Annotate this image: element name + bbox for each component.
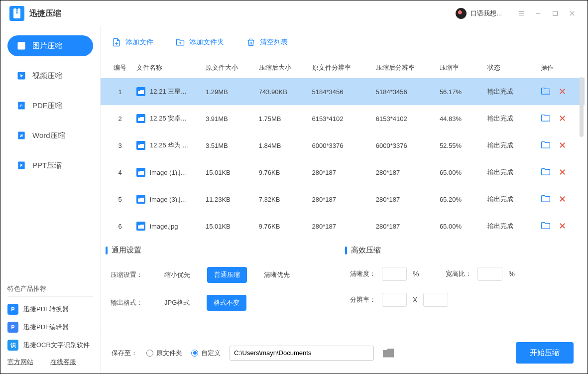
table-row[interactable]: 6image.jpg15.01KB9.76KB280*187280*18765.… bbox=[101, 213, 585, 238]
nav-video[interactable]: 视频压缩 bbox=[7, 65, 93, 86]
col-comp-size: 压缩后大小 bbox=[255, 57, 308, 78]
recommend-item-0[interactable]: P迅捷PDF转换器 bbox=[7, 304, 93, 315]
table-row[interactable]: 4image (1).j...15.01KB9.76KB280*187280*1… bbox=[101, 159, 585, 186]
sidebar: 图片压缩视频压缩PPDF压缩WWord压缩PPPT压缩 特色产品推荐 P迅捷PD… bbox=[0, 26, 100, 374]
trash-icon bbox=[246, 37, 256, 47]
image-icon bbox=[16, 41, 26, 51]
official-site-link[interactable]: 官方网站 bbox=[7, 358, 33, 367]
nav-ppt[interactable]: PPPT压缩 bbox=[7, 155, 93, 176]
svg-rect-0 bbox=[553, 11, 558, 16]
pdf-icon: P bbox=[16, 101, 26, 111]
main-area: 添加文件 添加文件夹 清空列表 编号 文件名称 原文件大小 压缩后大小 原文件分… bbox=[100, 26, 588, 374]
app-title: 迅捷压缩 bbox=[29, 8, 61, 19]
maximize-icon[interactable] bbox=[549, 7, 562, 20]
add-folder-button[interactable]: 添加文件夹 bbox=[175, 37, 224, 47]
video-icon bbox=[16, 71, 26, 81]
file-plus-icon bbox=[112, 37, 121, 47]
aspect-input[interactable] bbox=[477, 267, 502, 281]
aspect-label: 宽高比： bbox=[446, 269, 471, 278]
ppt-icon: P bbox=[16, 160, 26, 170]
efficient-compress-title: 高效压缩 bbox=[345, 246, 580, 255]
delete-icon[interactable]: ✕ bbox=[559, 221, 566, 232]
delete-icon[interactable]: ✕ bbox=[559, 167, 566, 178]
table-row[interactable]: 212.25 安卓...3.91MB1.75MB6153*41026153*41… bbox=[101, 105, 585, 132]
open-folder-icon[interactable] bbox=[541, 221, 551, 231]
file-table: 编号 文件名称 原文件大小 压缩后大小 原文件分辨率 压缩后分辨率 压缩率 状态… bbox=[101, 57, 585, 238]
image-file-icon bbox=[136, 168, 145, 177]
svg-text:P: P bbox=[20, 104, 23, 108]
recommend-icon: P bbox=[7, 322, 18, 333]
image-file-icon bbox=[136, 114, 145, 123]
delete-icon[interactable]: ✕ bbox=[559, 140, 566, 151]
recommend-icon: 识 bbox=[7, 340, 18, 351]
resolution-height-input[interactable] bbox=[423, 293, 448, 307]
folder-plus-icon bbox=[175, 37, 185, 47]
save-to-label: 保存至： bbox=[112, 349, 137, 358]
nav-pdf[interactable]: PPDF压缩 bbox=[7, 95, 93, 116]
open-folder-icon[interactable] bbox=[541, 194, 551, 204]
output-format-label: 输出格式： bbox=[111, 298, 147, 307]
col-ops: 操作 bbox=[537, 57, 585, 78]
general-settings-title: 通用设置 bbox=[106, 246, 340, 255]
image-file-icon bbox=[136, 87, 145, 96]
normal-compress-option[interactable]: 普通压缩 bbox=[207, 267, 247, 283]
close-icon[interactable] bbox=[566, 7, 579, 20]
col-orig-res: 原文件分辨率 bbox=[308, 57, 372, 78]
col-status: 状态 bbox=[483, 57, 537, 78]
recommend-item-1[interactable]: P迅捷PDF编辑器 bbox=[7, 322, 93, 333]
clarity-label: 清晰度： bbox=[350, 269, 376, 278]
col-name: 文件名称 bbox=[132, 57, 202, 78]
menu-icon[interactable] bbox=[515, 7, 528, 20]
word-icon: W bbox=[16, 130, 26, 140]
resolution-width-input[interactable] bbox=[382, 293, 407, 307]
image-file-icon bbox=[136, 141, 145, 150]
col-comp-res: 压缩后分辨率 bbox=[372, 57, 436, 78]
browse-folder-icon[interactable] bbox=[383, 349, 394, 358]
image-file-icon bbox=[136, 195, 145, 204]
minimize-icon[interactable] bbox=[532, 7, 545, 20]
open-folder-icon[interactable] bbox=[541, 140, 551, 150]
jpg-format-option[interactable]: JPG格式 bbox=[157, 295, 197, 311]
save-path-input[interactable] bbox=[230, 346, 374, 361]
nav-word[interactable]: WWord压缩 bbox=[7, 125, 93, 146]
recommend-item-2[interactable]: 识迅捷OCR文字识别软件 bbox=[7, 340, 93, 351]
resolution-label: 分辨率： bbox=[350, 295, 376, 304]
col-index: 编号 bbox=[101, 57, 132, 78]
delete-icon[interactable]: ✕ bbox=[559, 86, 566, 97]
orig-folder-radio[interactable]: 原文件夹 bbox=[146, 349, 182, 358]
app-logo bbox=[9, 6, 24, 21]
delete-icon[interactable]: ✕ bbox=[559, 194, 566, 205]
add-file-button[interactable]: 添加文件 bbox=[112, 37, 153, 47]
compress-setting-label: 压缩设置： bbox=[111, 270, 147, 279]
svg-text:W: W bbox=[20, 134, 23, 137]
table-row[interactable]: 112.21 三星...1.29MB743.90KB5184*34565184*… bbox=[101, 78, 585, 105]
open-folder-icon[interactable] bbox=[541, 167, 551, 177]
username[interactable]: 口语我想... bbox=[470, 9, 502, 18]
svg-rect-1 bbox=[18, 42, 25, 50]
col-orig-size: 原文件大小 bbox=[202, 57, 255, 78]
titlebar: 迅捷压缩 口语我想... bbox=[0, 0, 588, 26]
image-file-icon bbox=[136, 222, 145, 231]
start-compress-button[interactable]: 开始压缩 bbox=[516, 342, 574, 364]
shrink-priority-option[interactable]: 缩小优先 bbox=[157, 267, 197, 283]
table-row[interactable]: 5image (3).j...11.23KB7.32KB280*187280*1… bbox=[101, 186, 585, 213]
delete-icon[interactable]: ✕ bbox=[559, 113, 566, 124]
keep-format-option[interactable]: 格式不变 bbox=[207, 295, 246, 311]
recommend-title: 特色产品推荐 bbox=[7, 284, 93, 297]
nav-image[interactable]: 图片压缩 bbox=[7, 35, 93, 56]
scrollbar[interactable] bbox=[580, 77, 584, 137]
table-row[interactable]: 312.25 华为 ...3.51MB1.84MB6000*33766000*3… bbox=[101, 132, 585, 159]
clear-list-button[interactable]: 清空列表 bbox=[246, 37, 288, 47]
svg-text:P: P bbox=[20, 164, 23, 167]
custom-folder-radio[interactable]: 自定义 bbox=[191, 349, 221, 358]
open-folder-icon[interactable] bbox=[541, 114, 551, 124]
clarity-input[interactable] bbox=[382, 267, 407, 281]
recommend-icon: P bbox=[7, 304, 18, 315]
support-link[interactable]: 在线客服 bbox=[50, 358, 76, 367]
clarity-priority-option[interactable]: 清晰优先 bbox=[257, 267, 297, 283]
open-folder-icon[interactable] bbox=[541, 87, 551, 97]
avatar[interactable] bbox=[456, 8, 467, 19]
svg-point-2 bbox=[19, 44, 20, 45]
col-ratio: 压缩率 bbox=[436, 57, 483, 78]
